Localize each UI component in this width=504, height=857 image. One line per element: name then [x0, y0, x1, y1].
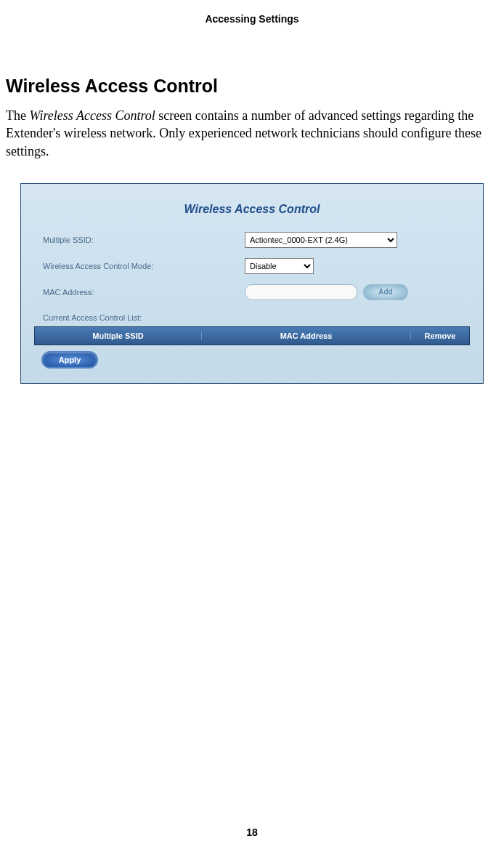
input-mac-address[interactable] — [245, 284, 357, 300]
row-access-mode: Wireless Access Control Mode: Disable — [34, 258, 470, 274]
chapter-title: Accessing Settings — [0, 0, 504, 76]
th-mac: MAC Address — [202, 331, 411, 340]
label-access-mode: Wireless Access Control Mode: — [34, 262, 245, 270]
th-remove: Remove — [411, 331, 469, 340]
row-multiple-ssid: Multiple SSID: Actiontec_0000-EXT (2.4G) — [34, 232, 470, 248]
select-multiple-ssid[interactable]: Actiontec_0000-EXT (2.4G) — [245, 232, 397, 248]
section-heading: Wireless Access Control — [0, 76, 504, 97]
select-access-mode[interactable]: Disable — [245, 258, 314, 274]
apply-button[interactable]: Apply — [41, 351, 98, 369]
paragraph-prefix: The — [6, 108, 29, 123]
label-mac-address: MAC Address: — [34, 288, 245, 297]
table-header: Multiple SSID MAC Address Remove — [34, 326, 470, 345]
settings-panel: Wireless Access Control Multiple SSID: A… — [20, 183, 484, 384]
row-mac-address: MAC Address: Add — [34, 284, 470, 300]
panel-title: Wireless Access Control — [34, 194, 470, 232]
add-button[interactable]: Add — [363, 284, 408, 300]
label-multiple-ssid: Multiple SSID: — [34, 236, 245, 244]
th-ssid: Multiple SSID — [35, 331, 202, 340]
page-number: 18 — [0, 826, 504, 838]
section-paragraph: The Wireless Access Control screen conta… — [0, 107, 504, 160]
list-label: Current Access Control List: — [34, 313, 470, 322]
paragraph-italic: Wireless Access Control — [29, 108, 155, 123]
